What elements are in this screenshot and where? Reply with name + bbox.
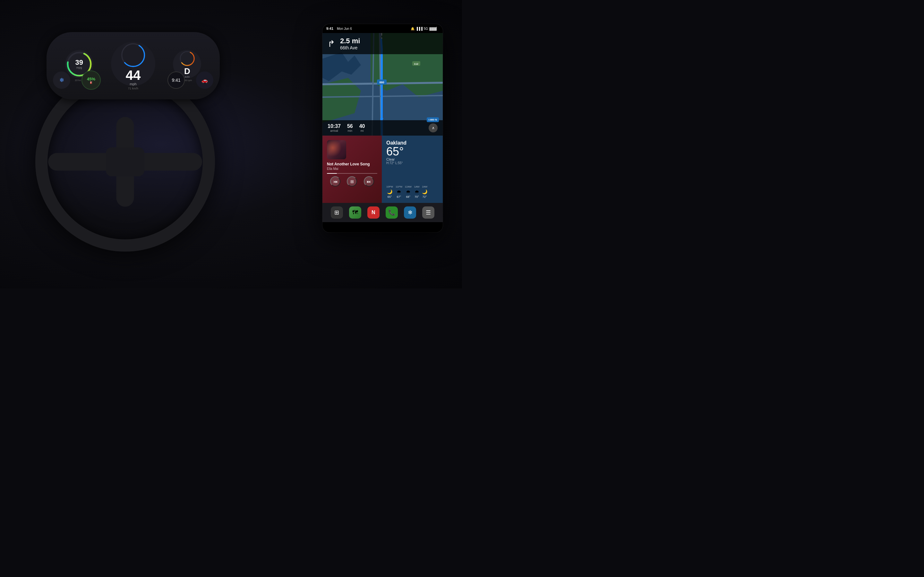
widgets-row: Not Another Love Song Ella Mai ⏮ ⊞ ⏭ Oak… (322, 135, 443, 203)
song-artist: Ella Mai (327, 167, 377, 171)
carplay-panel: 9:41 Mon Jun 6 🔔 ▐▐▐ 5G ▓▓▓▏ (322, 24, 443, 232)
dock-cards-button[interactable]: ☰ (422, 206, 435, 219)
nav-street: 66th Ave (340, 45, 360, 50)
weather-hourly: 10PM 🌙 65° 11PM 🌧 67° 12AM 🌧 68° 1AM 🌧 (386, 185, 438, 198)
next-button[interactable]: ⏭ (364, 176, 374, 187)
climate-icon: ❄ (408, 209, 413, 216)
svg-text:880: 880 (379, 81, 384, 84)
dock: ⊞ 🗺 N 📞 ❄ ☰ (322, 203, 443, 222)
nav-arrival-value: 10:37 (328, 123, 341, 129)
status-date: Mon Jun 6 (337, 27, 352, 31)
turn-arrow-icon: ↱ (328, 39, 335, 49)
fan-icon: ❄ (59, 77, 64, 84)
hourly-icon-4: 🌙 (422, 189, 427, 194)
map-section[interactable]: 880 112 ↱ 2.5 mi 66th Ave 10:37 arrival … (322, 33, 443, 135)
hourly-item-0: 10PM 🌙 65° (386, 185, 393, 198)
hourly-icon-1: 🌧 (397, 189, 401, 194)
hourly-item-1: 11PM 🌧 67° (396, 185, 402, 198)
grid-button[interactable]: ⊞ (347, 176, 357, 187)
nav-minutes-label: min (348, 129, 352, 132)
album-art-image (327, 140, 346, 159)
hourly-temp-3: 70° (415, 195, 419, 198)
clock-display: 9:41 (172, 77, 180, 83)
nav-expand-button[interactable]: ∧ (429, 123, 438, 132)
weather-high: H:72° (386, 161, 394, 165)
news-icon: N (372, 210, 375, 215)
hourly-item-2: 12AM 🌧 68° (405, 185, 412, 198)
hourly-temp-0: 65° (388, 195, 392, 198)
hourly-icon-3: 🌧 (415, 189, 419, 194)
hourly-item-3: 1AM 🌧 70° (414, 185, 419, 198)
phone-icon: 📞 (388, 209, 395, 216)
speed-unit: mph (129, 82, 136, 86)
battery-widget: 45% ⛽ (81, 71, 101, 90)
hourly-temp-1: 67° (397, 195, 401, 198)
status-bar: 9:41 Mon Jun 6 🔔 ▐▐▐ 5G ▓▓▓▏ (322, 24, 443, 33)
mpg-unit: mpg (76, 66, 82, 69)
hourly-time-0: 10PM (386, 185, 393, 188)
hourly-time-2: 12AM (405, 185, 412, 188)
gear-label: auto (185, 75, 190, 78)
nav-minutes: 56 min (347, 123, 353, 132)
weather-temp: 65° (386, 146, 438, 157)
dock-news-button[interactable]: N (367, 206, 380, 219)
nav-miles-value: 40 (359, 123, 365, 129)
route-badge: I-880 N (427, 117, 439, 122)
dock-maps-button[interactable]: 🗺 (349, 206, 361, 219)
fuel-icon: ⛽ (90, 81, 93, 84)
progress-fill (327, 173, 337, 174)
nav-distance: 2.5 mi (340, 37, 360, 45)
signal-bars: ▐▐▐ (416, 27, 423, 31)
grid-icon: ⊞ (334, 209, 339, 216)
hourly-temp-2: 68° (406, 195, 410, 198)
mpg-value: 39 (75, 59, 83, 66)
gear-value: D (184, 67, 190, 75)
hourly-icon-0: 🌙 (387, 189, 393, 194)
svg-text:112: 112 (414, 63, 418, 65)
music-widget[interactable]: Not Another Love Song Ella Mai ⏮ ⊞ ⏭ (322, 135, 382, 203)
speed-value: 44 (126, 69, 141, 82)
car-widget: 🚗 (196, 71, 213, 89)
status-time: 9:41 (326, 27, 333, 31)
nav-arrival: 10:37 arrival (328, 123, 341, 132)
hourly-time-4: 2AM (422, 185, 427, 188)
cards-icon: ☰ (426, 209, 431, 216)
hourly-time-3: 1AM (414, 185, 419, 188)
dock-phone-button[interactable]: 📞 (386, 206, 398, 219)
alarm-icon: 🔔 (411, 27, 415, 31)
weather-widget[interactable]: Oakland 65° Clear H:72° L:55° 10PM 🌙 65°… (382, 135, 443, 203)
weather-hilo: H:72° L:55° (386, 161, 438, 165)
clock-widget: 9:41 (168, 71, 185, 89)
progress-bar (327, 173, 377, 174)
hourly-temp-4: 72° (423, 195, 427, 198)
battery-icon: ▓▓▓▏ (429, 27, 439, 31)
nav-arrival-label: arrival (330, 129, 338, 132)
song-title: Not Another Love Song (327, 162, 377, 166)
prev-button[interactable]: ⏮ (330, 176, 341, 187)
status-icons: 🔔 ▐▐▐ 5G ▓▓▓▏ (411, 27, 439, 31)
car-icon: 🚗 (202, 77, 208, 83)
nav-bottom-bar: 10:37 arrival 56 min 40 mi ∧ (322, 120, 443, 135)
battery-percent: 45% (87, 77, 95, 81)
network-type: 5G (424, 27, 428, 31)
album-art (327, 140, 346, 159)
nav-overlay: ↱ 2.5 mi 66th Ave (322, 33, 443, 54)
fan-widget: ❄ (53, 71, 70, 89)
hourly-icon-2: 🌧 (406, 189, 410, 194)
maps-icon: 🗺 (352, 210, 358, 216)
music-controls: ⏮ ⊞ ⏭ (327, 176, 377, 187)
dock-grid-button[interactable]: ⊞ (331, 206, 343, 219)
hourly-time-1: 11PM (396, 185, 402, 188)
hourly-item-4: 2AM 🌙 72° (422, 185, 427, 198)
nav-miles-label: mi (360, 129, 364, 132)
weather-condition: Clear (386, 157, 438, 161)
weather-low: L:55° (395, 161, 403, 165)
nav-miles: 40 mi (359, 123, 365, 132)
dock-climate-button[interactable]: ❄ (404, 206, 416, 219)
nav-minutes-value: 56 (347, 123, 353, 129)
